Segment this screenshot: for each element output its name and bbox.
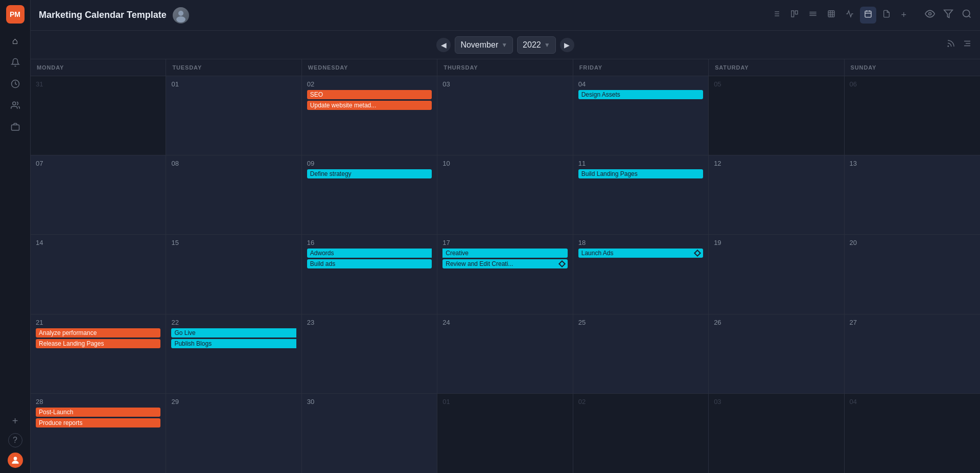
event-define-strategy[interactable]: Define strategy bbox=[307, 169, 432, 178]
topbar: Marketing Calendar Template bbox=[31, 0, 980, 31]
cell-nov-22[interactable]: 22 Go Live Publish Blogs bbox=[166, 314, 301, 393]
board-view-button[interactable] bbox=[786, 7, 803, 24]
header-tuesday: TUESDAY bbox=[166, 59, 301, 76]
week-row-3: 14 15 16 Adwords Build ads 17 Creative R… bbox=[31, 235, 980, 314]
event-seo[interactable]: SEO bbox=[307, 90, 432, 99]
header-thursday: THURSDAY bbox=[437, 59, 573, 76]
cell-nov-17[interactable]: 17 Creative Review and Edit Creati... bbox=[437, 235, 573, 313]
filter-icon[interactable] bbox=[943, 9, 953, 21]
cell-nov-19[interactable]: 19 bbox=[709, 235, 844, 313]
chart-view-button[interactable] bbox=[842, 7, 858, 24]
cell-nov-01[interactable]: 01 bbox=[166, 76, 301, 155]
cell-nov-29[interactable]: 29 bbox=[166, 394, 301, 473]
cell-nov-05[interactable]: 05 bbox=[709, 76, 844, 155]
cell-nov-23[interactable]: 23 bbox=[302, 314, 437, 393]
sidebar-item-team[interactable] bbox=[6, 96, 25, 115]
svg-point-26 bbox=[929, 13, 931, 15]
user-avatar[interactable] bbox=[8, 453, 23, 468]
svg-point-4 bbox=[178, 11, 183, 16]
header-monday: MONDAY bbox=[31, 59, 166, 76]
cell-nov-04[interactable]: 04 Design Assets bbox=[573, 76, 709, 155]
cell-nov-03[interactable]: 03 bbox=[437, 76, 573, 155]
cell-nov-12[interactable]: 12 bbox=[709, 155, 844, 234]
calendar-view-button[interactable] bbox=[860, 7, 876, 24]
add-view-button[interactable]: + bbox=[897, 7, 911, 24]
svg-line-29 bbox=[969, 16, 971, 18]
svg-rect-13 bbox=[796, 11, 798, 14]
cell-nov-28[interactable]: 28 Post-Launch Produce reports bbox=[31, 394, 166, 473]
cell-nov-14[interactable]: 14 bbox=[31, 235, 166, 313]
event-launch-ads[interactable]: Launch Ads bbox=[578, 249, 703, 258]
settings-icon[interactable] bbox=[963, 39, 972, 51]
svg-marker-27 bbox=[944, 10, 953, 18]
watch-icon[interactable] bbox=[925, 9, 935, 21]
cell-nov-18[interactable]: 18 Launch Ads bbox=[573, 235, 709, 313]
cell-nov-25[interactable]: 25 bbox=[573, 314, 709, 393]
event-post-launch[interactable]: Post-Launch bbox=[36, 408, 160, 417]
event-creative[interactable]: Creative bbox=[442, 249, 567, 258]
year-dropdown-arrow: ▼ bbox=[544, 41, 550, 49]
cell-oct-31[interactable]: 31 bbox=[31, 76, 166, 155]
sidebar-item-notifications[interactable] bbox=[6, 53, 25, 72]
cell-nov-09[interactable]: 09 Define strategy bbox=[302, 155, 437, 234]
cell-nov-02[interactable]: 02 SEO Update website metad... bbox=[302, 76, 437, 155]
cell-nov-26[interactable]: 26 bbox=[709, 314, 844, 393]
cell-nov-20[interactable]: 20 bbox=[845, 235, 980, 313]
gantt-view-button[interactable] bbox=[805, 7, 821, 24]
calendar-header: MONDAY TUESDAY WEDNESDAY THURSDAY FRIDAY… bbox=[31, 59, 980, 76]
event-adwords[interactable]: Adwords bbox=[307, 249, 432, 258]
svg-point-3 bbox=[13, 457, 17, 460]
cell-nov-10[interactable]: 10 bbox=[437, 155, 573, 234]
list-view-button[interactable] bbox=[768, 7, 784, 24]
cell-dec-04[interactable]: 04 bbox=[845, 394, 980, 473]
cell-nov-06[interactable]: 06 bbox=[845, 76, 980, 155]
event-release-landing-pages[interactable]: Release Landing Pages bbox=[36, 339, 160, 348]
next-month-button[interactable]: ▶ bbox=[560, 38, 574, 52]
cell-dec-02[interactable]: 02 bbox=[573, 394, 709, 473]
cell-nov-24[interactable]: 24 bbox=[437, 314, 573, 393]
svg-rect-12 bbox=[791, 11, 794, 17]
page-title: Marketing Calendar Template bbox=[39, 10, 167, 20]
cell-dec-01[interactable]: 01 bbox=[437, 394, 573, 473]
feed-icon[interactable] bbox=[946, 39, 955, 51]
cell-dec-03[interactable]: 03 bbox=[709, 394, 844, 473]
sidebar-help-button[interactable]: ? bbox=[8, 433, 22, 447]
sidebar: PM ⌂ + ? bbox=[0, 0, 31, 473]
cell-nov-16[interactable]: 16 Adwords Build ads bbox=[302, 235, 437, 313]
event-build-landing-pages[interactable]: Build Landing Pages bbox=[578, 169, 703, 178]
header-sunday: SUNDAY bbox=[845, 59, 980, 76]
cell-nov-15[interactable]: 15 bbox=[166, 235, 301, 313]
event-produce-reports[interactable]: Produce reports bbox=[36, 418, 160, 427]
sidebar-item-home[interactable]: ⌂ bbox=[6, 32, 25, 50]
event-publish-blogs[interactable]: Publish Blogs bbox=[171, 339, 296, 348]
app-logo[interactable]: PM bbox=[6, 5, 25, 24]
event-go-live[interactable]: Go Live bbox=[171, 328, 296, 337]
svg-rect-17 bbox=[828, 11, 834, 17]
svg-point-28 bbox=[963, 10, 970, 17]
header-friday: FRIDAY bbox=[573, 59, 709, 76]
sidebar-item-portfolio[interactable] bbox=[6, 118, 25, 136]
prev-month-button[interactable]: ◀ bbox=[436, 38, 451, 52]
cell-nov-13[interactable]: 13 bbox=[845, 155, 980, 234]
cell-nov-21[interactable]: 21 Analyze performance Release Landing P… bbox=[31, 314, 166, 393]
cell-nov-30[interactable]: 30 bbox=[302, 394, 437, 473]
event-design-assets[interactable]: Design Assets bbox=[578, 90, 703, 99]
event-diamond-review bbox=[558, 260, 566, 267]
header-saturday: SATURDAY bbox=[709, 59, 844, 76]
calendar-nav: ◀ November ▼ 2022 ▼ ▶ bbox=[31, 31, 980, 59]
search-icon[interactable] bbox=[962, 9, 972, 21]
cell-nov-27[interactable]: 27 bbox=[845, 314, 980, 393]
event-review-edit[interactable]: Review and Edit Creati... bbox=[442, 259, 567, 268]
file-view-button[interactable] bbox=[878, 7, 895, 24]
event-analyze-performance[interactable]: Analyze performance bbox=[36, 328, 160, 337]
event-build-ads[interactable]: Build ads bbox=[307, 259, 432, 268]
event-update-website[interactable]: Update website metad... bbox=[307, 101, 432, 110]
year-selector[interactable]: 2022 ▼ bbox=[517, 36, 555, 54]
table-view-button[interactable] bbox=[823, 7, 839, 24]
month-selector[interactable]: November ▼ bbox=[455, 36, 513, 54]
cell-nov-07[interactable]: 07 bbox=[31, 155, 166, 234]
cell-nov-11[interactable]: 11 Build Landing Pages bbox=[573, 155, 709, 234]
sidebar-add-button[interactable]: + bbox=[6, 412, 25, 430]
sidebar-item-history[interactable] bbox=[6, 75, 25, 93]
cell-nov-08[interactable]: 08 bbox=[166, 155, 301, 234]
